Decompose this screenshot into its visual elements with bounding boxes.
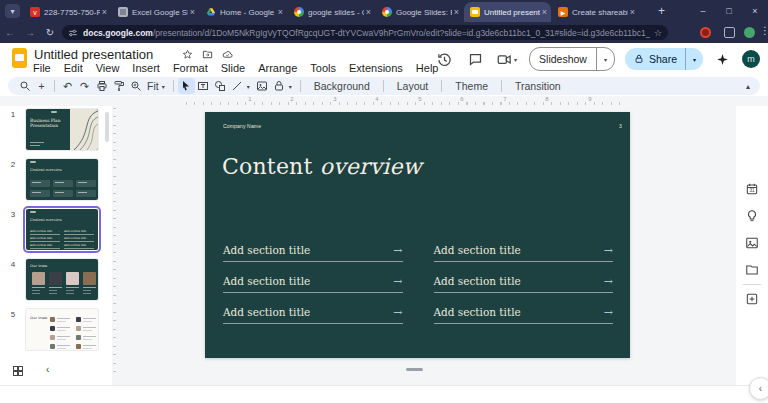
move-folder-icon[interactable] (202, 49, 213, 60)
transition-button[interactable]: Transition (506, 80, 570, 92)
canvas-scrollbar[interactable] (406, 368, 423, 371)
slide-thumbnail-4[interactable]: 4Our team (0, 259, 98, 300)
thumbnail-scrollbar[interactable] (105, 112, 109, 142)
gemini-sparkle-icon[interactable] (716, 53, 729, 66)
slide-thumbnail-2[interactable]: 2Content overview (0, 159, 98, 200)
tab-close-icon[interactable]: × (540, 8, 547, 17)
tab-close-icon[interactable]: × (188, 8, 195, 17)
version-history-icon[interactable] (437, 52, 452, 67)
section-placeholder-4[interactable]: Add section title→ (434, 275, 614, 293)
browser-tab-7[interactable]: ▶Create shareable vid× (552, 2, 639, 22)
search-menus-icon[interactable] (16, 80, 33, 93)
paint-format-icon[interactable] (110, 80, 127, 93)
url-field[interactable]: docs.google.com/presentation/d/1DoM5NkRg… (62, 25, 668, 40)
image-icon[interactable] (745, 236, 759, 250)
section-placeholder-1[interactable]: Add section title→ (223, 244, 403, 262)
menu-arrange[interactable]: Arrange (258, 62, 297, 74)
section-placeholder-6[interactable]: Add section title→ (434, 306, 614, 324)
extension-icon-square[interactable] (724, 27, 735, 38)
section-placeholder-2[interactable]: Add section title→ (434, 244, 614, 262)
thumbnail-preview[interactable]: Business PlanPresentation (26, 109, 98, 150)
cloud-status-icon[interactable] (222, 49, 233, 60)
folder-icon[interactable] (745, 263, 759, 277)
meet-button[interactable]: ▾ (497, 52, 517, 67)
menu-extensions[interactable]: Extensions (349, 62, 403, 74)
tab-close-icon[interactable]: × (364, 8, 371, 17)
slideshow-dropdown[interactable]: ▾ (596, 48, 614, 70)
zoom-icon[interactable] (127, 80, 144, 93)
site-settings-icon[interactable] (68, 28, 78, 38)
slide-thumbnail-3[interactable]: 3Content overviewAdd section title→Add s… (0, 209, 98, 250)
menu-tools[interactable]: Tools (310, 62, 336, 74)
thumbnail-preview[interactable]: Content overviewAdd section title→Add se… (26, 209, 98, 250)
user-avatar[interactable]: m (742, 50, 760, 68)
share-button[interactable]: Share ▾ (625, 48, 703, 70)
browser-menu-icon[interactable]: ⋮ (760, 25, 768, 36)
new-slide-button[interactable]: + (33, 81, 50, 92)
thumbnail-preview[interactable]: Our team (26, 309, 98, 350)
browser-tab-5[interactable]: Google Slides: Pres× (376, 2, 463, 22)
forward-button[interactable]: → (20, 27, 40, 38)
text-box-icon[interactable] (195, 80, 212, 93)
insert-image-icon[interactable] (254, 80, 271, 93)
hide-menus-icon[interactable]: ▴ (746, 82, 750, 91)
theme-button[interactable]: Theme (446, 80, 497, 92)
tab-close-icon[interactable]: × (452, 8, 459, 17)
minimize-button[interactable]: – (690, 6, 716, 16)
extension-icon-red[interactable] (700, 27, 711, 38)
menu-insert[interactable]: Insert (132, 62, 160, 74)
thumbnail-preview[interactable]: Our team (26, 259, 98, 300)
slide-canvas[interactable]: Company Name 3 Content overview Add sect… (205, 112, 630, 358)
slide-thumbnail-5[interactable]: 5Our team (0, 309, 98, 350)
zoom-select[interactable]: Fit (147, 80, 159, 92)
share-dropdown[interactable]: ▾ (685, 48, 703, 70)
menu-edit[interactable]: Edit (64, 62, 83, 74)
comments-icon[interactable] (468, 52, 483, 67)
show-side-panel-button[interactable]: ‹ (749, 377, 768, 400)
slide-title[interactable]: Content overview (222, 154, 422, 179)
bookmark-star-icon[interactable]: ☆ (654, 28, 662, 38)
lock-icon[interactable] (271, 80, 288, 93)
menu-format[interactable]: Format (173, 62, 208, 74)
slide-company-name[interactable]: Company Name (223, 124, 261, 129)
tab-close-icon[interactable]: × (100, 8, 107, 17)
browser-tab-1[interactable]: v228-7755-750-Rev× (24, 2, 111, 22)
document-title[interactable]: Untitled presentation (34, 47, 153, 62)
shapes-icon[interactable] (212, 80, 229, 93)
browser-tab-6[interactable]: Untitled presentatio× (464, 2, 551, 22)
slides-logo-icon[interactable] (12, 48, 27, 68)
browser-tab-2[interactable]: Excel Google Sheet× (112, 2, 199, 22)
section-placeholder-5[interactable]: Add section title→ (223, 306, 403, 324)
line-tool-icon[interactable] (229, 80, 246, 93)
redo-button[interactable]: ↷ (76, 81, 93, 92)
undo-button[interactable]: ↶ (59, 81, 76, 92)
new-tab-button[interactable]: + (658, 4, 665, 18)
menu-slide[interactable]: Slide (221, 62, 245, 74)
background-button[interactable]: Background (305, 80, 379, 92)
browser-tab-3[interactable]: Home - Google Drive× (200, 2, 287, 22)
profile-avatar-chrome[interactable] (744, 27, 755, 38)
section-placeholder-3[interactable]: Add section title→ (223, 275, 403, 293)
select-tool-icon[interactable] (178, 78, 195, 94)
slideshow-button[interactable]: Slideshow ▾ (529, 47, 615, 71)
menu-view[interactable]: View (96, 62, 120, 74)
close-button[interactable]: × (742, 6, 768, 16)
back-button[interactable]: ← (0, 27, 20, 38)
calendar-icon[interactable]: 31 (745, 182, 759, 196)
reload-button[interactable]: ↻ (40, 27, 60, 38)
add-icon[interactable] (745, 292, 759, 306)
slide-thumbnail-1[interactable]: 1Business PlanPresentation (0, 109, 98, 150)
menu-file[interactable]: File (33, 62, 51, 74)
star-icon[interactable] (182, 49, 193, 60)
browser-tab-4[interactable]: google slides - Goo× (288, 2, 375, 22)
print-icon[interactable] (93, 80, 110, 93)
collapse-filmstrip-icon[interactable]: ‹ (46, 364, 49, 375)
maximize-button[interactable]: □ (716, 6, 742, 16)
layout-button[interactable]: Layout (388, 80, 438, 92)
tab-close-icon[interactable]: × (628, 8, 635, 17)
grid-view-icon[interactable] (12, 365, 24, 377)
thumbnail-preview[interactable]: Content overview (26, 159, 98, 200)
keep-icon[interactable] (745, 209, 759, 223)
tab-close-icon[interactable]: × (276, 8, 283, 17)
tab-search-button[interactable]: ▾ (5, 4, 20, 18)
